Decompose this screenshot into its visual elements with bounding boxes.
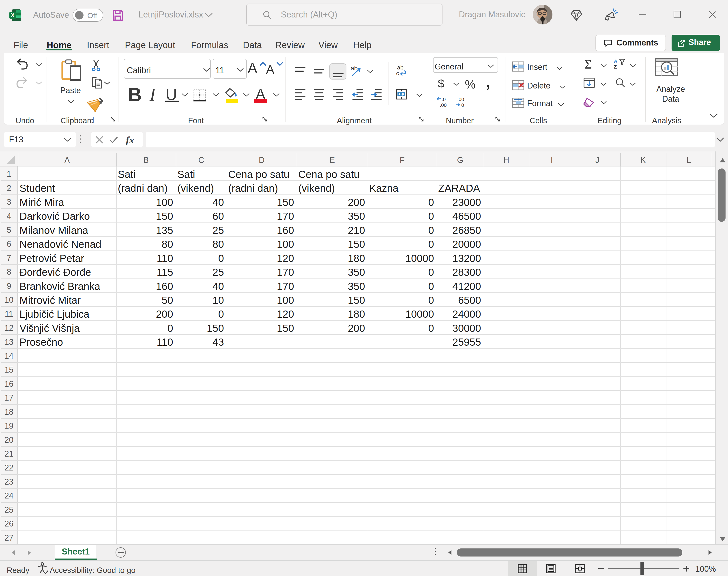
svg-text:A: A bbox=[614, 58, 617, 64]
svg-text:X: X bbox=[11, 12, 14, 18]
svg-text:ab: ab bbox=[351, 65, 358, 72]
svg-text:Z: Z bbox=[614, 64, 617, 69]
svg-text:.00: .00 bbox=[457, 96, 464, 102]
svg-text:c: c bbox=[396, 70, 399, 77]
svg-text:.00: .00 bbox=[440, 103, 447, 108]
svg-text:.0: .0 bbox=[442, 96, 446, 102]
svg-text:0: 0 bbox=[461, 103, 464, 108]
